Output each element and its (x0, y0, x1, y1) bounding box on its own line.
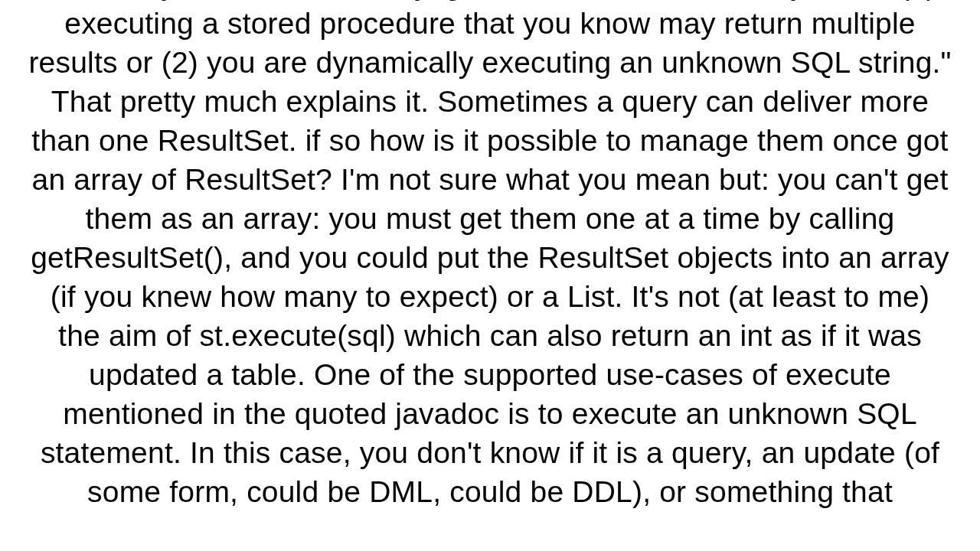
document-body-text: method, you should normally ignore this … (0, 0, 980, 511)
document-viewport: method, you should normally ignore this … (0, 0, 980, 551)
